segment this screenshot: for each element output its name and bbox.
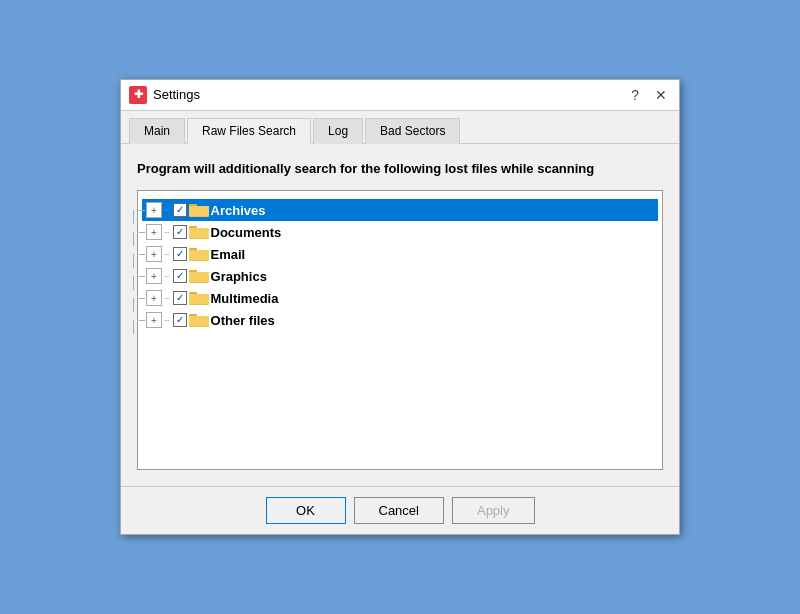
cancel-button[interactable]: Cancel <box>354 497 444 524</box>
multimedia-label: Multimedia <box>211 291 279 306</box>
folder-icon <box>189 268 209 284</box>
tree-dots: ··· <box>164 271 169 281</box>
svg-rect-3 <box>190 207 208 215</box>
list-item[interactable]: + ··· Graphics <box>142 265 658 287</box>
list-item[interactable]: + ··· Other files <box>142 309 658 331</box>
folder-icon <box>189 202 209 218</box>
tab-log[interactable]: Log <box>313 118 363 144</box>
description-text: Program will additionally search for the… <box>137 160 663 178</box>
other-files-label: Other files <box>211 313 275 328</box>
list-item[interactable]: + ··· Multimedia <box>142 287 658 309</box>
list-item[interactable]: + ··· Documents <box>142 221 658 243</box>
tree-dots: ··· <box>164 205 169 215</box>
graphics-checkbox[interactable] <box>173 269 187 283</box>
tree-dots: ··· <box>164 227 169 237</box>
other-files-checkbox[interactable] <box>173 313 187 327</box>
expand-archives-button[interactable]: + <box>146 202 162 218</box>
svg-rect-15 <box>189 294 209 304</box>
title-bar: ✚ Settings ? ✕ <box>121 80 679 111</box>
folder-icon <box>189 246 209 262</box>
content-area: Program will additionally search for the… <box>121 144 679 486</box>
close-button[interactable]: ✕ <box>651 87 671 103</box>
ok-button[interactable]: OK <box>266 497 346 524</box>
tab-main[interactable]: Main <box>129 118 185 144</box>
tree-dots: ··· <box>164 249 169 259</box>
svg-rect-6 <box>189 228 209 238</box>
email-label: Email <box>211 247 246 262</box>
expand-multimedia-button[interactable]: + <box>146 290 162 306</box>
settings-dialog: ✚ Settings ? ✕ Main Raw Files Search Log… <box>120 79 680 535</box>
graphics-label: Graphics <box>211 269 267 284</box>
multimedia-checkbox[interactable] <box>173 291 187 305</box>
expand-email-button[interactable]: + <box>146 246 162 262</box>
file-type-tree: + ··· Archives + ··· <box>137 190 663 470</box>
folder-icon <box>189 224 209 240</box>
archives-checkbox[interactable] <box>173 203 187 217</box>
expand-graphics-button[interactable]: + <box>146 268 162 284</box>
archives-label: Archives <box>211 203 266 218</box>
apply-button[interactable]: Apply <box>452 497 535 524</box>
documents-label: Documents <box>211 225 282 240</box>
tree-dots: ··· <box>164 315 169 325</box>
title-bar-controls: ? ✕ <box>627 87 671 103</box>
tab-bad-sectors[interactable]: Bad Sectors <box>365 118 460 144</box>
dialog-title: Settings <box>153 87 621 102</box>
email-checkbox[interactable] <box>173 247 187 261</box>
app-icon: ✚ <box>129 86 147 104</box>
dialog-footer: OK Cancel Apply <box>121 486 679 534</box>
expand-documents-button[interactable]: + <box>146 224 162 240</box>
tree-dots: ··· <box>164 293 169 303</box>
tabs-bar: Main Raw Files Search Log Bad Sectors <box>121 111 679 144</box>
folder-icon <box>189 290 209 306</box>
help-button[interactable]: ? <box>627 87 643 103</box>
svg-rect-12 <box>189 272 209 282</box>
svg-rect-18 <box>189 316 209 326</box>
folder-icon <box>189 312 209 328</box>
tab-raw-files-search[interactable]: Raw Files Search <box>187 118 311 144</box>
svg-rect-9 <box>189 250 209 260</box>
documents-checkbox[interactable] <box>173 225 187 239</box>
list-item[interactable]: + ··· Email <box>142 243 658 265</box>
expand-other-button[interactable]: + <box>146 312 162 328</box>
list-item[interactable]: + ··· Archives <box>142 199 658 221</box>
